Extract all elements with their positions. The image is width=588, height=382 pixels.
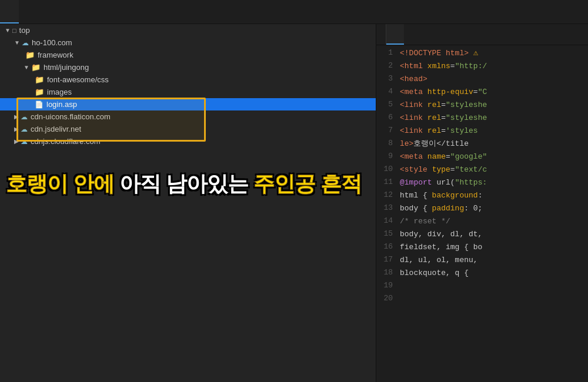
code-line: <html xmlns="http:/ (400, 60, 588, 73)
code-editor: 1234567891011121314151617181920 <!DOCTYP… (376, 24, 588, 382)
file-tree: ▼□top▼☁ho-100.com 📁framework▼📁html/juing… (0, 24, 376, 382)
code-line: html { background: (400, 189, 588, 202)
code-line: /* reset */ (400, 215, 588, 228)
code-line: <head> (400, 73, 588, 86)
tab-bar (0, 0, 588, 24)
tree-item[interactable]: 📁images (0, 86, 376, 98)
code-line: dl, ul, ol, menu, (400, 254, 588, 267)
code-line: body { padding: 0; (400, 202, 588, 215)
code-line: <meta http-equiv="C (400, 86, 588, 99)
code-line: blockquote, q { (400, 267, 588, 280)
code-line: @import url("https: (400, 176, 588, 189)
main-content: ▼□top▼☁ho-100.com 📁framework▼📁html/juing… (0, 24, 588, 382)
tree-item[interactable]: 📁framework (0, 49, 376, 61)
code-line: <style type="text/c (400, 163, 588, 176)
tab-menu-button[interactable] (576, 0, 588, 24)
korean-overlay: 호랭이 안에 아직 남아있는 주인공 흔적 (6, 170, 362, 199)
tab-more[interactable] (56, 0, 68, 24)
code-line: <link rel="styleshe (400, 99, 588, 112)
code-line: <!DOCTYPE html> ⚠ (400, 46, 588, 60)
tab-page[interactable] (0, 0, 19, 24)
tree-item[interactable]: 📄login.asp (0, 98, 376, 110)
editor-other-tab[interactable] (404, 24, 418, 45)
editor-active-tab[interactable] (386, 24, 404, 45)
tab-workspace[interactable] (19, 0, 38, 24)
tree-item[interactable]: ▼📁html/juingong (0, 61, 376, 73)
code-line: <meta name="google" (400, 150, 588, 163)
line-numbers: 1234567891011121314151617181920 (376, 46, 400, 382)
editor-toggle-button[interactable] (376, 24, 386, 45)
code-lines[interactable]: <!DOCTYPE html> ⚠<html xmlns="http:/<hea… (400, 46, 588, 382)
tree-item[interactable]: ▼☁ho-100.com (0, 36, 376, 49)
tree-item[interactable]: ▶☁cdn-uicons.flaticon.com (0, 110, 376, 123)
code-content: 1234567891011121314151617181920 <!DOCTYP… (376, 45, 588, 382)
code-line: body, div, dl, dt, (400, 228, 588, 241)
code-line: le>호랭이</title (400, 138, 588, 150)
tree-item[interactable]: ▶☁cdnjs.cloudflare.com (0, 135, 376, 148)
code-line: fieldset, img { bo (400, 241, 588, 254)
code-line: <link rel='styles (400, 125, 588, 138)
tab-overrides[interactable] (38, 0, 56, 24)
editor-tab-bar (376, 24, 588, 45)
tree-item[interactable]: 📁font-awesome/css (0, 73, 376, 86)
tree-item[interactable]: ▼□top (0, 24, 376, 36)
tree-item[interactable]: ▶☁cdn.jsdelivr.net (0, 123, 376, 135)
code-line: <link rel="styleshe (400, 112, 588, 125)
